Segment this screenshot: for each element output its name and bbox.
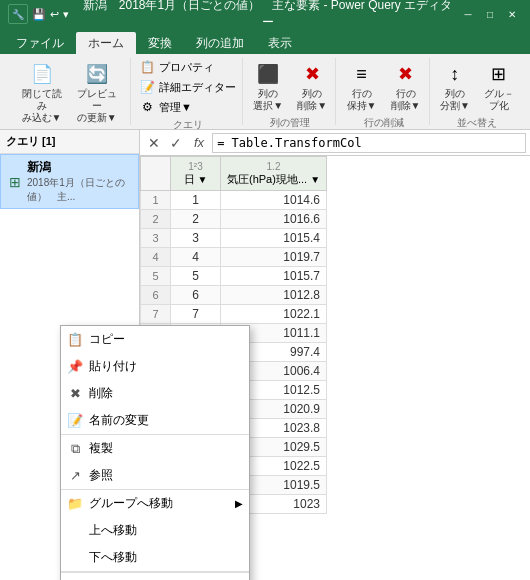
table-row: 7 7 1022.1 [141,305,327,324]
colmanage-group-content: ⬛ 列の選択▼ ✖ 列の削除▼ [248,58,332,114]
tab-file[interactable]: ファイル [4,32,76,54]
duplicate-icon: ⧉ [67,441,83,457]
paste-icon: 📌 [67,359,83,374]
menu-item-createfunc[interactable]: 関数の作成... [61,572,249,580]
properties-ribbon-button[interactable]: 📋 プロパティ [135,58,240,76]
close-button[interactable]: ✕ [502,6,522,22]
cell-pressure: 1015.4 [221,229,327,248]
col-type-pressure: 1.2 [267,161,281,172]
split-col-button[interactable]: ↕ 列の分割▼ [435,58,475,114]
query-item-name: 新潟 [27,159,130,176]
tab-home[interactable]: ホーム [76,32,136,54]
title-controls: ─ □ ✕ [458,6,522,22]
maximize-button[interactable]: □ [480,6,500,22]
menu-item-movegroup[interactable]: 📁 グループへ移動 ▶ [61,489,249,517]
col-type-day: 1²3 [188,161,202,172]
close-load-label: 閉じて読みみ込む▼ [20,88,63,124]
ribbon-group-sort: ↕ 列の分割▼ ⊞ グル－プ化 並べ替え [432,58,522,125]
menu-item-movedown[interactable]: 下へ移動 [61,544,249,572]
groupby-button[interactable]: ⊞ グル－プ化 [479,58,519,114]
delete-rows-label: 行の削除▼ [391,88,421,112]
menu-item-moveup[interactable]: 上へ移動 [61,517,249,544]
delete-rows-button[interactable]: ✖ 行の削除▼ [386,58,426,114]
groupby-icon: ⊞ [485,60,513,88]
row-number: 1 [141,191,171,210]
row-num-header [141,157,171,191]
split-col-label: 列の分割▼ [440,88,470,112]
table-row: 6 6 1012.8 [141,286,327,305]
formula-input[interactable] [212,133,526,153]
main-area: クエリ [1] ⊞ 新潟 2018年1月（日ごとの値） 主... 📋 コピー 📌… [0,130,530,580]
formula-confirm-button[interactable]: ✓ [166,133,186,153]
delete-cols-button[interactable]: ✖ 列の削除▼ [292,58,332,114]
col-filter-day[interactable]: ▼ [198,174,208,185]
manage-ribbon-button[interactable]: ⚙ 管理▼ [135,98,240,116]
preview-refresh-icon: 🔄 [83,60,111,88]
select-cols-button[interactable]: ⬛ 列の選択▼ [248,58,288,114]
quick-save[interactable]: 💾 [32,8,46,21]
keep-rows-button[interactable]: ≡ 行の保持▼ [342,58,382,114]
advanced-editor-ribbon-button[interactable]: 📝 詳細エディター [135,78,240,96]
context-menu: 📋 コピー 📌 貼り付け ✖ 削除 📝 名前の変更 ⧉ 複製 [60,325,250,580]
col-filter-pressure[interactable]: ▼ [310,174,320,185]
delete-rows-icon: ✖ [392,60,420,88]
movedown-label: 下へ移動 [89,549,137,566]
cell-day: 1 [171,191,221,210]
menu-item-delete[interactable]: ✖ 削除 [61,380,249,407]
split-col-icon: ↕ [441,60,469,88]
query-item-niigata[interactable]: ⊞ 新潟 2018年1月（日ごとの値） 主... [0,154,139,209]
reference-icon: ↗ [67,468,83,483]
manage-ribbon-icon: ⚙ [139,99,155,115]
movegroup-label: グループへ移動 [89,495,173,512]
delete-cols-label: 列の削除▼ [297,88,327,112]
properties-ribbon-icon: 📋 [139,59,155,75]
ribbon-group-colmanage: ⬛ 列の選択▼ ✖ 列の削除▼ 列の管理 [245,58,336,125]
menu-item-copy[interactable]: 📋 コピー [61,326,249,353]
delete-label: 削除 [89,385,113,402]
ribbon: 📄 閉じて読みみ込む▼ 🔄 プレビューの更新▼ 閉じる 📋 プロパティ 📝 詳細… [0,54,530,130]
cell-day: 4 [171,248,221,267]
query-group-content: 📋 プロパティ 📝 詳細エディター ⚙ 管理▼ [135,58,240,116]
select-cols-icon: ⬛ [254,60,282,88]
col-header-pressure[interactable]: 1.2 気圧(hPa)現地... ▼ [221,157,327,191]
col-label-day: 日 [184,173,195,185]
quick-undo[interactable]: ↩ [50,8,59,21]
ribbon-group-rowreduce: ≡ 行の保持▼ ✖ 行の削除▼ 行の削減 [338,58,429,125]
advanced-editor-ribbon-icon: 📝 [139,79,155,95]
movegroup-arrow: ▶ [235,498,243,509]
col-header-day[interactable]: 1²3 日 ▼ [171,157,221,191]
query-pane-header: クエリ [1] [0,130,139,154]
row-number: 2 [141,210,171,229]
title-text: 新潟 2018年1月（日ごとの値） 主な要素 - Power Query エディ… [77,0,458,31]
menu-item-paste[interactable]: 📌 貼り付け [61,353,249,380]
quick-dropdown[interactable]: ▾ [63,8,69,21]
rowreduce-group-content: ≡ 行の保持▼ ✖ 行の削除▼ [342,58,426,114]
close-load-button[interactable]: 📄 閉じて読みみ込む▼ [16,58,67,126]
menu-item-duplicate[interactable]: ⧉ 複製 [61,434,249,462]
query-pane-title: クエリ [1] [6,134,56,149]
ribbon-group-query: 📋 プロパティ 📝 詳細エディター ⚙ 管理▼ クエリ [133,58,243,125]
delete-cols-icon: ✖ [298,60,326,88]
menu-item-reference[interactable]: ↗ 参照 [61,462,249,489]
tab-transform[interactable]: 変換 [136,32,184,54]
cell-day: 6 [171,286,221,305]
moveup-label: 上へ移動 [89,522,137,539]
cell-day: 3 [171,229,221,248]
tab-addcol[interactable]: 列の追加 [184,32,256,54]
cell-pressure: 1022.1 [221,305,327,324]
query-item-info: 新潟 2018年1月（日ごとの値） 主... [27,159,130,204]
tab-view[interactable]: 表示 [256,32,304,54]
title-bar: 🔧 💾 ↩ ▾ 新潟 2018年1月（日ごとの値） 主な要素 - Power Q… [0,0,530,28]
menu-item-rename[interactable]: 📝 名前の変更 [61,407,249,434]
rename-icon: 📝 [67,413,83,428]
minimize-button[interactable]: ─ [458,6,478,22]
close-group-content: 📄 閉じて読みみ込む▼ 🔄 プレビューの更新▼ [16,58,122,126]
rowreduce-group-label: 行の削減 [364,116,404,130]
keep-rows-label: 行の保持▼ [347,88,377,112]
cell-day: 2 [171,210,221,229]
table-row: 2 2 1016.6 [141,210,327,229]
formula-cancel-button[interactable]: ✕ [144,133,164,153]
query-item-detail: 2018年1月（日ごとの値） 主... [27,176,130,204]
groupby-label: グル－プ化 [484,88,514,112]
preview-refresh-button[interactable]: 🔄 プレビューの更新▼ [71,58,122,126]
